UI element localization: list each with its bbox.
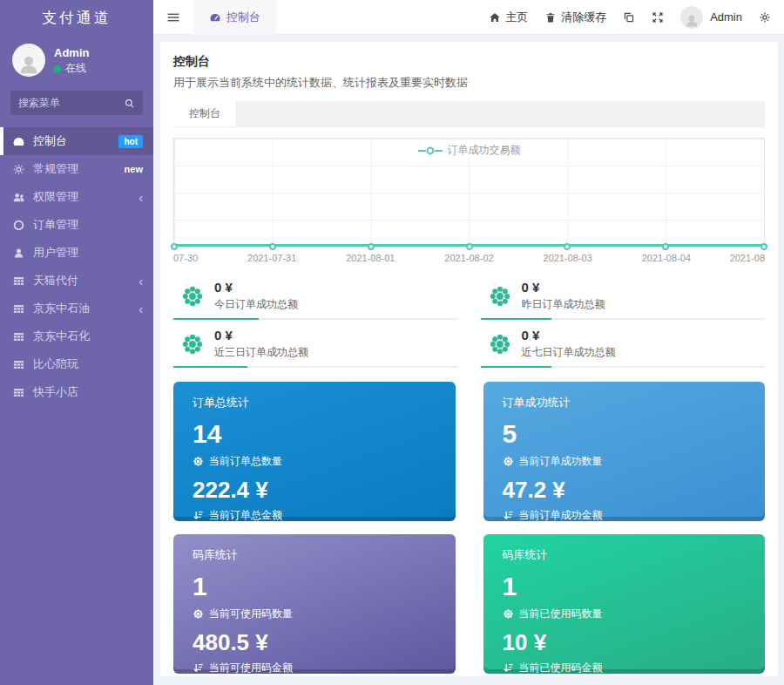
open-tab-label: 控制台 [226,10,260,25]
sidebar-menu-item[interactable]: 权限管理 ‹ [0,183,153,211]
sort-amount-icon [503,510,514,521]
navbar-username: Admin [710,10,742,24]
stat-progress-bar [173,366,458,368]
tab-dashboard[interactable]: 控制台 [173,101,237,126]
search-icon[interactable] [124,98,135,109]
card-amount: 222.4 ¥ [193,478,436,501]
menu-item-label: 比心陪玩 [33,356,143,372]
legend-label: 订单成功交易额 [448,143,521,158]
card-count-label: 当前订单成功数量 [519,454,603,469]
page-body: 控制台 用于展示当前系统中的统计数据、统计报表及重要实时数据 控制台 订单成功交… [153,35,784,685]
user-name: Admin [54,44,89,62]
card-amount-row: 当前可使用码金额 [193,661,436,675]
sidebar-menu-item[interactable]: 京东中石油 ‹ [0,295,153,322]
data-point-marker [171,243,178,250]
card-amount: 10 ¥ [503,631,747,654]
stat-progress-fill [481,318,552,320]
page-subtitle: 用于展示当前系统中的统计数据、统计报表及重要实时数据 [173,75,765,91]
stat-value: 0 ¥ [214,328,308,342]
card-amount: 480.5 ¥ [193,631,436,654]
data-point-marker [269,243,276,250]
search-input[interactable] [18,97,124,109]
app-logo: 支付通道 [0,0,153,37]
hamburger-menu-icon[interactable] [153,10,193,24]
stat-row: 0 ¥ 昨日订单成功总额 [481,272,766,320]
menu-item-label: 用户管理 [33,245,143,261]
stat-card: 码库统计 1 当前可使用码数量 480.5 ¥ 当前可使用码金额 [173,534,456,674]
stat-main: 0 ¥ 昨日订单成功总额 [481,276,766,318]
menu-item-label: 控制台 [33,133,111,149]
x-axis-label: 2021-07-31 [247,253,296,263]
rosette-icon [503,608,514,620]
stat-progress-fill [481,366,552,368]
card-title: 码库统计 [193,547,436,563]
legend-marker-icon [418,146,443,155]
card-amount-row: 当前订单总金额 [193,508,436,523]
x-axis-label: 2021-08-03 [544,253,592,263]
data-point-marker [564,243,571,250]
card-count-label: 当前可使用码数量 [209,607,293,621]
home-icon [489,11,501,24]
menu-item-label: 京东中石油 [33,301,131,316]
home-link[interactable]: 主页 [489,10,528,25]
table-icon [12,275,25,288]
x-axis-label: 2021-08-01 [346,253,395,263]
stat-main: 0 ¥ 今日订单成功总额 [173,276,458,318]
stat-row: 0 ¥ 近七日订单成功总额 [481,320,766,368]
sidebar: 支付通道 Admin 在线 控制台 hot 常规管理 new 权限管理 [0,0,153,685]
stat-cards: 订单总统计 14 当前订单总数量 222.4 ¥ 当前订单总金额 订单成功统计 … [173,382,765,674]
trash-icon [544,11,557,24]
stat-label: 近七日订单成功总额 [522,345,616,360]
tab-strip: 控制台 [173,101,765,127]
x-axis-label: 07-30 [173,253,198,263]
card-amount-label: 当前可使用码金额 [209,661,293,675]
settings-gear-icon[interactable] [759,11,771,24]
sidebar-menu-item[interactable]: 用户管理 [0,239,153,267]
copy-files-icon[interactable] [623,11,635,24]
chevron-left-icon: ‹ [139,191,143,204]
menu-item-label: 常规管理 [33,161,117,177]
menu-badge: hot [118,135,143,148]
sidebar-menu-item[interactable]: 快手小店 [0,378,153,406]
gears-icon [12,163,25,176]
card-title: 码库统计 [503,547,747,563]
card-amount-row: 当前已使用码金额 [503,661,747,675]
user-menu[interactable]: Admin [680,6,742,29]
table-icon [12,302,25,315]
menu-search[interactable] [10,91,143,115]
menu-item-label: 权限管理 [33,189,131,205]
sidebar-menu-item[interactable]: 天猫代付 ‹ [0,267,153,295]
stat-value: 0 ¥ [214,280,298,295]
sort-amount-icon [503,662,514,674]
chart-legend[interactable]: 订单成功交易额 [414,143,525,158]
menu-item-label: 天猫代付 [33,273,131,288]
stat-card: 订单总统计 14 当前订单总数量 222.4 ¥ 当前订单总金额 [173,382,456,521]
stat-value: 0 ¥ [522,328,616,342]
line-chart[interactable]: 订单成功交易额 [173,138,765,248]
sidebar-menu-item[interactable]: 比心陪玩 [0,350,153,378]
app: 支付通道 Admin 在线 控制台 hot 常规管理 new 权限管理 [0,0,784,685]
card-count-row: 当前订单总数量 [193,454,436,469]
clear-cache-button[interactable]: 清除缓存 [544,10,606,25]
chevron-left-icon: ‹ [139,302,143,315]
user-status-label: 在线 [65,61,86,76]
card-amount-row: 当前订单成功金额 [503,508,747,523]
sidebar-menu-item[interactable]: 常规管理 new [0,155,153,183]
dashboard-icon [12,135,25,148]
card-amount-label: 当前已使用码金额 [519,661,603,675]
card-count: 5 [503,421,747,447]
open-tab-dashboard[interactable]: 控制台 [193,0,276,35]
card-count-row: 当前已使用码数量 [503,607,747,621]
sidebar-menu-item[interactable]: 京东中石化 [0,322,153,350]
fullscreen-icon[interactable] [652,11,664,24]
card-count: 1 [193,573,436,600]
sidebar-menu-item[interactable]: 订单管理 [0,211,153,239]
sidebar-menu-item[interactable]: 控制台 hot [0,127,153,155]
table-icon [12,330,25,343]
stat-main: 0 ¥ 近三日订单成功总额 [173,324,458,366]
stat-label: 近三日订单成功总额 [214,345,308,360]
avatar [12,44,45,77]
card-amount-label: 当前订单总金额 [209,508,282,523]
top-navbar: 控制台 主页 清除缓存 Admin [153,0,784,35]
chevron-left-icon: ‹ [139,275,143,288]
